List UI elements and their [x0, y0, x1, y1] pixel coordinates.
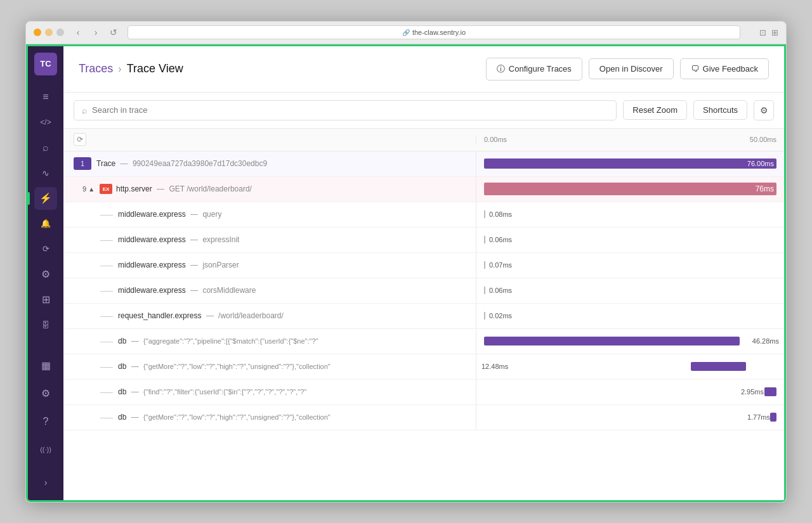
dashboards-icon: ⊞	[42, 294, 50, 306]
trace-row-timeline: 2.95ms	[476, 380, 784, 404]
db4-bar	[770, 413, 776, 422]
sidebar-item-code[interactable]: </>	[34, 111, 57, 134]
span-op: http.server	[116, 184, 152, 193]
back-button[interactable]: ‹	[72, 26, 84, 39]
span-duration: 0.08ms	[484, 210, 512, 218]
connector-icon: ——	[100, 363, 113, 370]
trace-row[interactable]: —— middleware.express — expressInit 0.06…	[63, 228, 784, 253]
reload-button[interactable]: ↺	[107, 26, 120, 39]
sidebar-item-storage[interactable]: 🗄	[34, 314, 57, 337]
search-input[interactable]	[92, 105, 608, 115]
alerts-icon: 🔔	[41, 219, 51, 228]
trace-container: ⟳ 0.00ms 50.00ms 1 Trace —	[63, 129, 784, 500]
trace-row[interactable]: —— middleware.express — jsonParser 0.07m…	[63, 253, 784, 278]
address-bar[interactable]: 🔗 the-claw.sentry.io	[128, 25, 740, 39]
span-name: middleware.express — query	[118, 210, 221, 219]
reset-zoom-button[interactable]: Reset Zoom	[623, 100, 687, 120]
trace-row[interactable]: —— middleware.express — corsMiddleware 0…	[63, 278, 784, 304]
collapse-all-button[interactable]: ⟳	[74, 133, 86, 146]
trace-row-timeline: 76ms	[476, 177, 784, 202]
users-icon: ⚙	[41, 268, 50, 280]
trace-row[interactable]: —— db — {"find":"?","filter":{"userId":{…	[63, 380, 784, 405]
trace-row-left: —— middleware.express — corsMiddleware	[63, 286, 476, 295]
span-desc: jsonParser	[202, 261, 239, 269]
trace-header-timeline: 0.00ms 50.00ms	[476, 136, 784, 143]
span-name: middleware.express — expressInit	[118, 235, 239, 244]
settings-button[interactable]: ⚙	[754, 100, 774, 120]
sidebar-bottom: ▦ ⚙ ? ((·)) ›	[34, 354, 57, 494]
browser-chrome: ‹ › ↺ 🔗 the-claw.sentry.io ⊡ ⊞	[26, 22, 786, 44]
maximize-dot[interactable]	[45, 29, 53, 36]
trace-row[interactable]: —— db — {"getMore":"?","low":"?","high":…	[63, 405, 784, 430]
span-name: db — {"getMore":"?","low":"?","high":"?"…	[118, 413, 331, 422]
connector-icon: ——	[100, 236, 113, 243]
open-in-discover-button[interactable]: Open in Discover	[589, 58, 674, 79]
span-name: db — {"find":"?","filter":{"userId":{"$i…	[118, 387, 306, 396]
sidebar-item-performance[interactable]: ∿	[34, 162, 57, 184]
avatar[interactable]: TC	[34, 53, 57, 75]
forward-button[interactable]: ›	[89, 26, 102, 39]
breadcrumb-traces-link[interactable]: Traces	[79, 62, 113, 75]
trace-row[interactable]: 1 Trace — 990249eaa727da3980e7d17dc30edb…	[63, 152, 784, 177]
configure-traces-label: Configure Traces	[509, 64, 572, 74]
sidebar-item-dashboards[interactable]: ⊞	[34, 288, 57, 311]
search-input-wrapper[interactable]: ⌕	[74, 100, 617, 120]
browser-menu-icon[interactable]: ⊡	[759, 28, 766, 37]
stats-icon: ▦	[41, 359, 51, 371]
trace-row[interactable]: 9 ▲ EX http.server — GET /world/leaderbo…	[63, 177, 784, 202]
expand-button[interactable]: 9 ▲	[82, 185, 95, 193]
trace-row-timeline: 76.00ms	[476, 152, 784, 176]
sidebar-item-issues[interactable]: ≡	[34, 86, 57, 108]
span-name: request_handler.express — /world/leaderb…	[118, 311, 284, 320]
browser-more-icon[interactable]: ⊞	[771, 28, 778, 37]
span-op: middleware.express	[118, 286, 186, 295]
give-feedback-label: Give Feedback	[703, 64, 758, 74]
sidebar-item-settings[interactable]: ⚙	[34, 382, 57, 405]
span-op: middleware.express	[118, 261, 186, 269]
minimize-dot[interactable]	[34, 29, 41, 36]
trace-row[interactable]: —— middleware.express — query 0.08ms	[63, 202, 784, 228]
span-desc: GET /world/leaderboard/	[169, 184, 252, 193]
span-duration: 0.02ms	[484, 312, 512, 320]
trace-row-left: —— middleware.express — expressInit	[63, 235, 476, 244]
code-icon: </>	[40, 118, 51, 127]
trace-row[interactable]: —— db — {"aggregate":"?","pipeline":[{"$…	[63, 329, 784, 354]
sidebar-item-releases[interactable]: ⟳	[34, 238, 57, 261]
db2-bar	[691, 362, 746, 371]
trace-row-left: —— db — {"aggregate":"?","pipeline":[{"$…	[63, 337, 476, 345]
span-desc: corsMiddleware	[202, 286, 256, 295]
connector-icon: ——	[100, 287, 113, 294]
sidebar-item-search[interactable]: ⌕	[34, 136, 57, 159]
sidebar-item-traces[interactable]: ⚡	[34, 187, 57, 210]
issues-icon: ≡	[43, 91, 48, 103]
connector-icon: ——	[100, 211, 113, 218]
sidebar-collapse-button[interactable]: ›	[34, 471, 57, 494]
trace-row[interactable]: —— request_handler.express — /world/lead…	[63, 304, 784, 329]
sidebar-item-help[interactable]: ?	[34, 410, 57, 433]
releases-icon: ⟳	[43, 244, 49, 254]
http-bar	[484, 183, 776, 195]
connector-icon: ——	[100, 313, 113, 320]
sidebar-item-users[interactable]: ⚙	[34, 263, 57, 286]
trace-bar	[484, 158, 776, 169]
trace-row-left: 9 ▲ EX http.server — GET /world/leaderbo…	[63, 184, 476, 194]
db1-bar	[484, 337, 740, 345]
trace-row[interactable]: —— db — {"getMore":"?","low":"?","high":…	[63, 354, 784, 380]
trace-row-timeline: 0.07ms	[476, 253, 784, 278]
url-text: the-claw.sentry.io	[412, 29, 466, 36]
sidebar-item-alerts[interactable]: 🔔	[34, 212, 57, 235]
shortcuts-button[interactable]: Shortcuts	[693, 100, 747, 120]
breadcrumb-current: Trace View	[127, 62, 183, 75]
configure-traces-button[interactable]: ⓘ Configure Traces	[486, 58, 582, 81]
sidebar-item-stats[interactable]: ▦	[34, 354, 57, 377]
trace-row-timeline: 0.06ms	[476, 278, 784, 303]
broadcast-icon: ((·))	[40, 446, 51, 453]
db4-duration: 1.77ms	[747, 413, 770, 421]
give-feedback-button[interactable]: 🗨 Give Feedback	[680, 58, 769, 79]
db3-duration: 2.95ms	[741, 388, 764, 396]
browser-dots	[34, 29, 64, 36]
close-dot[interactable]	[56, 29, 64, 36]
trace-row-timeline: 0.06ms	[476, 228, 784, 252]
span-name: db — {"aggregate":"?","pipeline":[{"$mat…	[118, 337, 318, 345]
sidebar-item-broadcast[interactable]: ((·))	[34, 438, 57, 461]
